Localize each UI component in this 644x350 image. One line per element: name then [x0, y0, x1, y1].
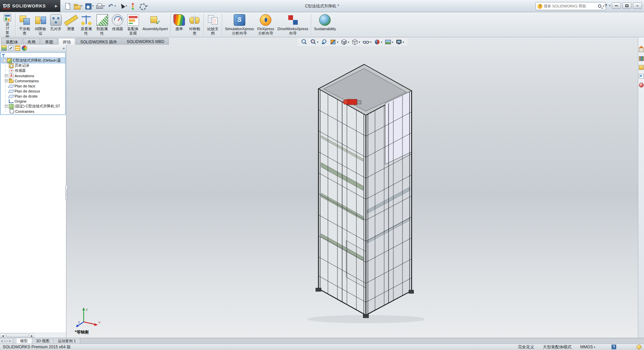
- tab-solidworks-addins[interactable]: SOLIDWORKS 插件: [76, 38, 122, 45]
- tree-item-annotations[interactable]: + Annotations: [3, 73, 65, 78]
- tree-item-origine[interactable]: Origine: [3, 99, 65, 104]
- display-style-button[interactable]: ▾: [351, 39, 360, 45]
- prev-tab-icon[interactable]: ‹: [4, 339, 5, 343]
- tab-3d-views[interactable]: 3D 视图: [32, 338, 54, 344]
- tree-item-contraintes[interactable]: Contraintes: [3, 109, 65, 114]
- tree-item-commentaires[interactable]: + Commentaires: [3, 78, 65, 83]
- view-palette-icon[interactable]: [639, 74, 644, 79]
- view-orientation-button[interactable]: ▾: [340, 39, 349, 45]
- reference-triad: y x z *等轴测: [74, 306, 111, 335]
- tab-layout[interactable]: 布局: [23, 38, 40, 45]
- collapse-icon[interactable]: -: [3, 59, 6, 62]
- graphics-viewport[interactable]: ▾ ▾ ▾ ▾ ▾: [67, 37, 638, 338]
- ribbon-tool-sustainability[interactable]: Sustainability: [312, 13, 338, 37]
- file-explorer-icon[interactable]: [639, 65, 644, 70]
- minimize-button[interactable]: [612, 2, 621, 9]
- resources-home-icon[interactable]: [639, 47, 644, 52]
- zoom-area-button[interactable]: ▾: [310, 39, 318, 45]
- ribbon-tool-design-study[interactable]: 设计算例 ▾: [1, 13, 14, 37]
- ribbon-tool-hole-alignment[interactable]: 孔对齐: [48, 13, 63, 37]
- undo-button[interactable]: ▾: [106, 2, 117, 10]
- ribbon-tool-sensors[interactable]: 传感器: [110, 13, 125, 37]
- menu-expand-icon[interactable]: ▶: [55, 4, 58, 8]
- tab-solidworks-mbd[interactable]: SOLIDWORKS MBD: [122, 38, 169, 45]
- tree-root-item[interactable]: - C型连续式升降机 (Défaut<显: [1, 58, 65, 63]
- search-icon[interactable]: [598, 4, 601, 8]
- select-tool-button[interactable]: ▾: [117, 2, 128, 10]
- ribbon-tool-clearance-verify[interactable]: 间隙验证: [33, 13, 48, 37]
- ribbon-tool-interference-check[interactable]: 干涉检查: [17, 13, 33, 37]
- hide-show-items-button[interactable]: ▾: [362, 39, 372, 45]
- tree-item-plan-de-dessus[interactable]: Plan de dessus: [3, 88, 65, 94]
- help-search-input[interactable]: [544, 4, 597, 8]
- panel-horizontal-scrollbar[interactable]: ◀ ▶: [0, 333, 66, 338]
- ribbon-tool-curvature[interactable]: 曲率: [172, 13, 187, 37]
- scrollbar-thumb[interactable]: [6, 334, 28, 337]
- expand-icon[interactable]: +: [5, 74, 8, 77]
- close-button[interactable]: ×: [633, 2, 642, 9]
- tree-item-history[interactable]: 历史记录: [3, 63, 65, 68]
- tab-evaluate[interactable]: 评估: [58, 38, 75, 45]
- ribbon-tool-simulationxpress[interactable]: SimulationXpress 分析向导: [223, 13, 256, 37]
- ribbon-tool-assemblyxpert[interactable]: AssemblyXpert: [141, 13, 169, 37]
- tab-assembly[interactable]: 装配体: [1, 38, 22, 45]
- scroll-right-icon[interactable]: ▶: [29, 333, 35, 338]
- select-arrow-icon: [118, 2, 125, 10]
- tab-splitter-handle[interactable]: [13, 339, 14, 343]
- last-tab-icon[interactable]: »: [8, 339, 11, 343]
- expand-icon[interactable]: +: [5, 105, 8, 108]
- tree-filter-row[interactable]: [1, 53, 65, 58]
- help-dropdown-icon[interactable]: ▾: [609, 4, 610, 7]
- section-view-button[interactable]: ▾: [330, 39, 338, 45]
- tab-model[interactable]: 模型: [16, 338, 32, 344]
- panel-expand-icon[interactable]: »: [63, 46, 65, 50]
- next-tab-icon[interactable]: ›: [6, 339, 8, 343]
- propertymanager-tab-icon[interactable]: [8, 45, 14, 51]
- quick-access-toolbar: ▾ ▾ ▾ ▾ ▾ ▾: [63, 2, 148, 10]
- new-document-button[interactable]: [63, 2, 72, 10]
- dropdown-caret-icon: ▾: [317, 41, 318, 44]
- scroll-left-icon[interactable]: ◀: [0, 333, 5, 338]
- tab-motion-study-1[interactable]: 运动算例 1: [54, 338, 80, 344]
- help-search-box[interactable]: ? ▾: [536, 2, 606, 10]
- zoom-fit-button[interactable]: [300, 39, 307, 45]
- appearances-icon[interactable]: [639, 83, 644, 87]
- ribbon-tool-symmetry-check[interactable]: 对称检查: [187, 13, 203, 37]
- tree-item-plan-de-face[interactable]: Plan de face: [3, 83, 65, 88]
- tab-sketch[interactable]: 草图: [41, 38, 58, 45]
- ribbon-tool-driveworksxpress[interactable]: DriveWorksXpress 向导: [276, 13, 310, 37]
- ribbon-tool-assembly-visualization[interactable]: 装配体直观: [125, 13, 141, 37]
- tree-connector: [5, 96, 8, 96]
- view-settings-button[interactable]: ▾: [396, 39, 404, 45]
- ribbon-tool-floxpress[interactable]: FloXpress 分析向导: [256, 13, 276, 37]
- apply-scene-button[interactable]: ▾: [385, 39, 393, 45]
- save-button[interactable]: ▾: [84, 2, 94, 10]
- units-selector[interactable]: MMGS ▾: [580, 345, 595, 349]
- previous-view-button[interactable]: [320, 39, 327, 45]
- help-button[interactable]: ?: [604, 3, 608, 8]
- options-button[interactable]: ▾: [138, 2, 148, 10]
- ribbon-tool-compare-documents[interactable]: 比较文档: [205, 13, 221, 37]
- design-library-icon[interactable]: [639, 56, 644, 61]
- tree-connector: [5, 111, 8, 111]
- panel-splitter-grip[interactable]: [65, 185, 68, 200]
- tree-item-fixed-part[interactable]: + (固定) C型连续式升降机.ST: [3, 104, 65, 109]
- rebuild-button[interactable]: [128, 2, 137, 10]
- ribbon-tool-mass-properties[interactable]: 质量属性: [78, 13, 94, 37]
- sustainability-icon: [319, 14, 331, 26]
- featuremanager-tab-icon[interactable]: [1, 45, 7, 51]
- tree-item-sensors[interactable]: 传感器: [3, 68, 65, 73]
- displaymanager-tab-icon[interactable]: [22, 45, 27, 51]
- ribbon-tool-measure[interactable]: 测量: [63, 13, 78, 37]
- ribbon-tool-section-properties[interactable]: 剖面属性: [94, 13, 110, 37]
- maximize-button[interactable]: [622, 2, 631, 9]
- first-tab-icon[interactable]: «: [1, 339, 3, 343]
- print-button[interactable]: ▾: [95, 2, 105, 10]
- edit-appearance-button[interactable]: ▾: [374, 39, 382, 45]
- quick-tips-icon[interactable]: ?: [611, 345, 616, 349]
- model-3d-view[interactable]: [214, 51, 424, 338]
- expand-icon[interactable]: +: [5, 79, 8, 82]
- configurationmanager-tab-icon[interactable]: [15, 45, 20, 51]
- open-button[interactable]: ▾: [72, 2, 83, 10]
- tree-item-plan-de-droite[interactable]: Plan de droite: [3, 94, 65, 99]
